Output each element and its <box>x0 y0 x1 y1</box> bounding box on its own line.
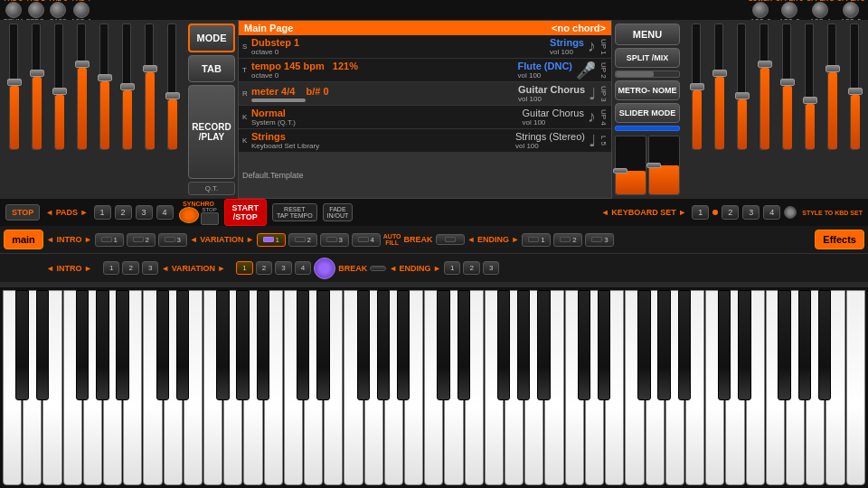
metronome-button[interactable]: METRO- NOME <box>615 80 680 100</box>
fader-track-5[interactable] <box>99 23 108 150</box>
rpad-1-circle[interactable] <box>752 2 769 18</box>
black-key[interactable] <box>537 290 550 400</box>
var2-btn-4[interactable]: 4 <box>295 261 311 275</box>
pad-num-3[interactable]: 3 <box>136 205 153 220</box>
rpad-2-circle[interactable] <box>781 2 797 18</box>
black-key[interactable] <box>818 290 831 400</box>
black-key[interactable] <box>657 290 670 400</box>
black-key[interactable] <box>637 290 650 400</box>
black-key[interactable] <box>778 290 790 400</box>
mode-button[interactable]: MODE <box>188 23 235 52</box>
kbd-num-2[interactable]: 2 <box>722 205 739 220</box>
fader-track-4[interactable] <box>77 23 86 150</box>
ending-btn-1[interactable]: 1 <box>522 233 551 247</box>
synchro-stop-btn[interactable] <box>201 212 219 225</box>
main-button[interactable]: main <box>4 230 43 249</box>
rfader-track-8[interactable] <box>850 23 859 150</box>
black-key[interactable] <box>116 290 128 400</box>
menu-button[interactable]: MENU <box>615 23 680 45</box>
intro2-btn-3[interactable]: 3 <box>142 261 158 275</box>
rfader-track-5[interactable] <box>782 23 791 150</box>
pad-1-circle[interactable] <box>5 2 22 18</box>
auto-fill-circle[interactable] <box>314 258 335 279</box>
pad-3-circle[interactable] <box>50 2 66 18</box>
black-key[interactable] <box>76 290 89 400</box>
pad-2-circle[interactable] <box>28 2 44 18</box>
split-fader[interactable] <box>615 70 680 78</box>
var-btn-2[interactable]: 2 <box>288 233 317 247</box>
var-btn-3[interactable]: 3 <box>320 233 349 247</box>
rfader-track-2[interactable] <box>714 23 723 150</box>
black-key[interactable] <box>357 290 370 400</box>
black-key[interactable] <box>517 290 530 400</box>
black-key[interactable] <box>216 290 229 400</box>
var2-btn-3[interactable]: 3 <box>275 261 291 275</box>
rfader-track-7[interactable] <box>827 23 836 150</box>
intro2-btn-1[interactable]: 1 <box>103 261 119 275</box>
black-key[interactable] <box>297 290 309 400</box>
display-row-1[interactable]: S Dubstep 1 octave 0 Strings vol 100 ♪ U… <box>239 35 611 59</box>
display-row-4[interactable]: K Normal System (Q.T.) Guitar Chorus vol… <box>239 106 611 129</box>
black-key[interactable] <box>578 290 590 400</box>
rfader-track-1[interactable] <box>692 23 701 150</box>
effects-button[interactable]: Effects <box>815 230 864 249</box>
intro-btn-3[interactable]: 3 <box>158 233 187 247</box>
stop-button[interactable]: STOP <box>5 204 40 221</box>
fade-button[interactable]: FADEIN/OUT <box>323 203 354 221</box>
pad-4-circle[interactable] <box>73 2 90 18</box>
fader-track-7[interactable] <box>145 23 154 150</box>
black-key[interactable] <box>236 290 249 400</box>
black-key[interactable] <box>377 290 390 400</box>
intro2-btn-2[interactable]: 2 <box>122 261 138 275</box>
black-key[interactable] <box>738 290 750 400</box>
black-key[interactable] <box>437 290 449 400</box>
fader-track-3[interactable] <box>54 23 63 150</box>
var-btn-1[interactable]: 1 <box>257 233 286 247</box>
split-mix-button[interactable]: SPLIT /MIX <box>615 48 680 68</box>
black-key[interactable] <box>397 290 410 400</box>
black-key[interactable] <box>156 290 169 400</box>
qt-button[interactable]: Q.T. <box>188 182 235 195</box>
rfader-track-3[interactable] <box>737 23 746 150</box>
kbd-num-1[interactable]: 1 <box>692 205 709 220</box>
ending2-btn-1[interactable]: 1 <box>444 261 460 275</box>
synchro-start-btn[interactable] <box>179 207 199 223</box>
slider-mode-button[interactable]: SLIDER MODE <box>615 103 680 123</box>
record-play-button[interactable]: RECORD /PLAY <box>188 85 235 179</box>
var2-btn-2[interactable]: 2 <box>256 261 272 275</box>
black-key[interactable] <box>36 290 49 400</box>
reset-button[interactable]: RESETTAP TEMPO <box>272 203 317 221</box>
black-key[interactable] <box>96 290 108 400</box>
rpad-3-circle[interactable] <box>812 2 828 18</box>
pad-num-2[interactable]: 2 <box>115 205 132 220</box>
kbd-num-3[interactable]: 3 <box>742 205 760 220</box>
black-key[interactable] <box>798 290 811 400</box>
black-key[interactable] <box>718 290 731 400</box>
black-key[interactable] <box>257 290 269 400</box>
rfader-track-4[interactable] <box>760 23 769 150</box>
var2-btn-1[interactable]: 1 <box>236 261 252 275</box>
var-btn-4[interactable]: 4 <box>352 233 381 247</box>
ending-btn-2[interactable]: 2 <box>553 233 582 247</box>
display-row-3[interactable]: R meter 4/4 b/# 0 Guitar Chorus vol 100 … <box>239 82 611 106</box>
rfader-track-6[interactable] <box>805 23 814 150</box>
fader-track-1[interactable] <box>9 23 18 150</box>
ending2-btn-3[interactable]: 3 <box>483 261 499 275</box>
right-fader-1[interactable] <box>615 136 646 195</box>
right-fader-2[interactable] <box>648 136 680 195</box>
fader-track-8[interactable] <box>167 23 176 150</box>
black-key[interactable] <box>678 290 691 400</box>
white-key[interactable] <box>846 290 865 485</box>
kbd-num-4[interactable]: 4 <box>763 205 780 220</box>
display-row-5[interactable]: K Strings Keyboard Set Library Strings (… <box>239 129 611 153</box>
intro-btn-2[interactable]: 2 <box>127 233 156 247</box>
fader-track-6[interactable] <box>122 23 131 150</box>
display-row-2[interactable]: T tempo 145 bpm 121% octave 0 Flute (DNC… <box>239 59 611 82</box>
ending2-btn-2[interactable]: 2 <box>463 261 479 275</box>
black-key[interactable] <box>316 290 329 400</box>
black-key[interactable] <box>598 290 610 400</box>
break2-btn[interactable] <box>370 266 386 271</box>
pad-num-1[interactable]: 1 <box>94 205 111 220</box>
tab-button[interactable]: TAB <box>188 55 235 82</box>
intro-btn-1[interactable]: 1 <box>95 233 124 247</box>
